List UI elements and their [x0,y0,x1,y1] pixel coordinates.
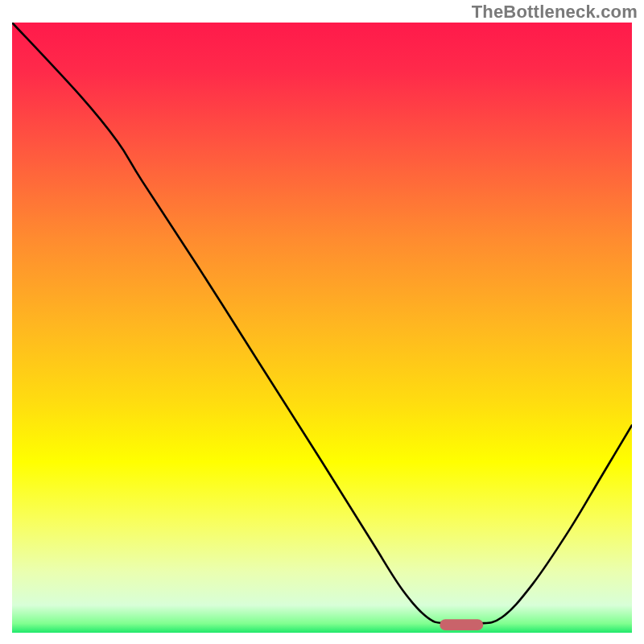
chart-container: TheBottleneck.com [0,0,644,644]
optimal-range-marker [440,619,483,630]
watermark-label: TheBottleneck.com [472,2,638,23]
chart-svg [12,23,632,633]
plot-area [12,23,632,633]
gradient-background [12,23,632,633]
